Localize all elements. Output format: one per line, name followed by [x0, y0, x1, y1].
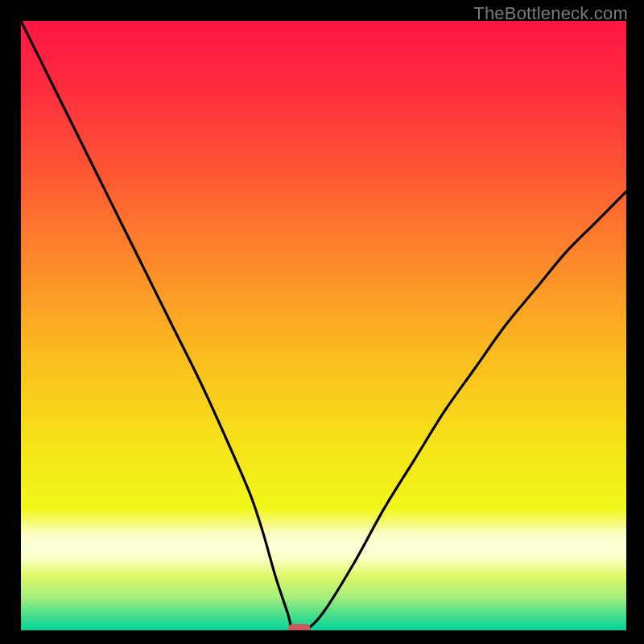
watermark-text: TheBottleneck.com — [473, 3, 628, 24]
min-marker-pill — [288, 624, 311, 630]
gradient-background — [21, 21, 626, 630]
bottleneck-plot — [21, 21, 626, 630]
plot-frame — [21, 21, 626, 630]
